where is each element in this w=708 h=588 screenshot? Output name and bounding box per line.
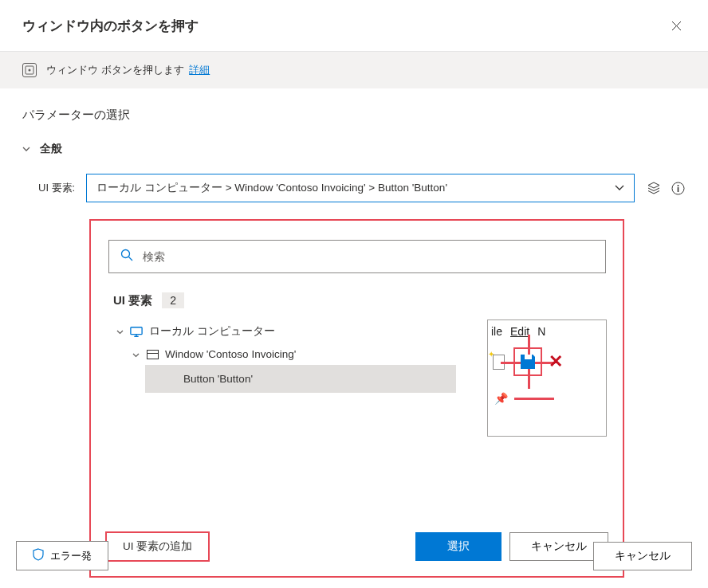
- tree-node-root[interactable]: ローカル コンピューター: [113, 319, 471, 343]
- svg-point-5: [121, 250, 129, 258]
- search-box[interactable]: [108, 240, 606, 273]
- accordion-label: 全般: [40, 142, 62, 156]
- accordion-general[interactable]: 全般: [22, 142, 686, 156]
- underline-icon: [514, 398, 554, 400]
- tree-node-button-selected[interactable]: Button 'Button': [145, 365, 456, 393]
- content-area: パラメーターの選択 全般 UI 要素: ローカル コンピューター > Windo…: [0, 88, 708, 221]
- tree-title: UI 要素: [113, 293, 152, 308]
- chevron-down-icon: [22, 143, 30, 155]
- preview-menu-edit: Edit: [510, 325, 529, 338]
- error-handling-button[interactable]: エラー発: [16, 541, 108, 570]
- element-preview: ile Edit N ✕ 📌: [487, 319, 607, 437]
- save-icon-highlighted: [513, 347, 542, 376]
- dialog-title: ウィンドウ内のボタンを押す: [22, 17, 199, 35]
- section-title: パラメーターの選択: [22, 108, 686, 123]
- ui-element-dropdown[interactable]: ローカル コンピューター > Window 'Contoso Invoicing…: [86, 174, 635, 202]
- info-icon[interactable]: [670, 180, 686, 196]
- tree-header: UI 要素 2: [113, 292, 607, 308]
- close-button[interactable]: [667, 16, 686, 35]
- preview-menu-n: N: [537, 325, 545, 338]
- search-input[interactable]: [143, 250, 594, 263]
- main-footer: エラー発 キャンセル: [16, 541, 692, 570]
- tree-node-window[interactable]: Window 'Contoso Invoicing': [129, 343, 471, 365]
- shield-icon: [33, 548, 44, 563]
- preview-menubar: ile Edit N: [488, 320, 606, 343]
- field-action-icons: [646, 180, 686, 196]
- tree-node-label: Button 'Button': [183, 373, 253, 385]
- count-badge: 2: [162, 292, 184, 308]
- svg-rect-6: [131, 327, 142, 334]
- search-icon: [120, 249, 133, 265]
- ui-element-field-row: UI 要素: ローカル コンピューター > Window 'Contoso In…: [38, 174, 686, 202]
- info-banner: ウィンドウ ボタンを押します 詳細: [0, 52, 708, 88]
- chevron-down-icon: [116, 327, 124, 336]
- preview-menu-file: ile: [491, 325, 502, 338]
- ui-element-picker-popup: UI 要素 2 ローカル コンピューター Window 'Contoso Inv…: [89, 219, 624, 578]
- preview-bottom-row: 📌: [488, 389, 606, 408]
- dialog-header: ウィンドウ内のボタンを押す: [0, 0, 708, 52]
- tree-node-label: ローカル コンピューター: [149, 324, 275, 339]
- layers-icon[interactable]: [646, 180, 662, 196]
- preview-toolbar-icons: ✕: [488, 343, 606, 381]
- window-icon: [146, 349, 159, 360]
- search-row: [107, 240, 607, 273]
- svg-point-1: [29, 69, 31, 72]
- tree-column: ローカル コンピューター Window 'Contoso Invoicing' …: [113, 319, 471, 393]
- details-link[interactable]: 詳細: [189, 64, 210, 76]
- info-banner-text: ウィンドウ ボタンを押します: [46, 64, 184, 76]
- main-cancel-button[interactable]: キャンセル: [593, 542, 692, 570]
- chevron-down-icon: [132, 350, 140, 359]
- delete-icon: ✕: [547, 351, 564, 372]
- dropdown-value: ローカル コンピューター > Window 'Contoso Invoicing…: [96, 181, 447, 195]
- chevron-down-icon: [615, 182, 624, 194]
- info-text: ウィンドウ ボタンを押します 詳細: [46, 63, 210, 77]
- pin-icon: 📌: [494, 392, 508, 405]
- tree-node-label: Window 'Contoso Invoicing': [165, 348, 296, 360]
- monitor-icon: [130, 326, 143, 337]
- error-button-label: エラー発: [50, 549, 92, 563]
- floppy-icon: [521, 355, 535, 369]
- svg-point-3: [677, 185, 678, 186]
- tree-area: ローカル コンピューター Window 'Contoso Invoicing' …: [113, 319, 607, 437]
- action-icon: [22, 63, 37, 77]
- svg-rect-4: [677, 187, 678, 192]
- ui-element-label: UI 要素:: [38, 181, 75, 195]
